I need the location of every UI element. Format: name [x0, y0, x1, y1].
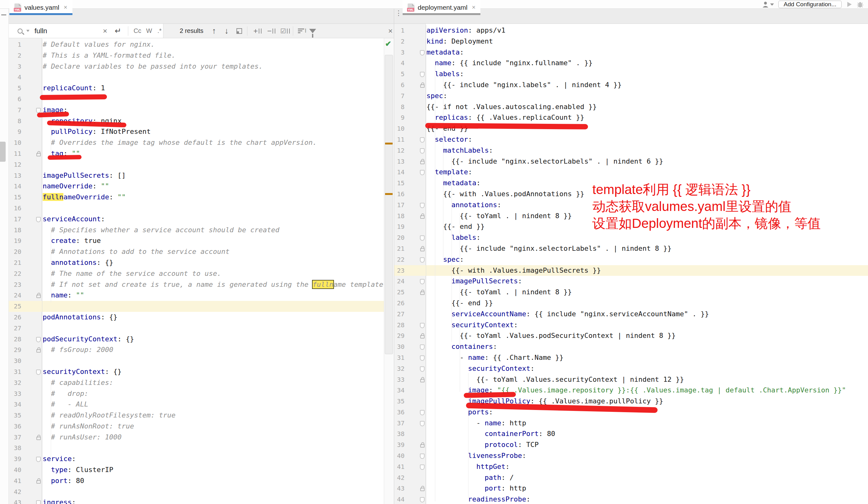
code-line[interactable]: 30 containers:: [394, 341, 868, 352]
code-line[interactable]: 29 {{- toYaml .Values.podSecurityContext…: [394, 330, 868, 341]
code-line[interactable]: 5replicaCount: 1: [9, 83, 384, 94]
code-line[interactable]: 24 name: "": [9, 290, 384, 301]
fold-marker-icon[interactable]: [420, 170, 425, 175]
code-line[interactable]: 35 # readOnlyRootFilesystem: true: [9, 410, 384, 421]
code-line[interactable]: 22 # The name of the service account to …: [9, 268, 384, 279]
code-line[interactable]: 11 selector:: [394, 134, 868, 145]
code-line[interactable]: 31 - name: {{ .Chart.Name }}: [394, 352, 868, 363]
code-line[interactable]: 15fullnameOverride: "": [9, 192, 384, 203]
search-icon[interactable]: [18, 24, 23, 38]
code-line[interactable]: 31securityContext: {}: [9, 366, 384, 377]
code-line[interactable]: 2kind: Deployment: [394, 36, 868, 47]
code-line[interactable]: 20 # Annotations to add to the service a…: [9, 246, 384, 257]
code-line[interactable]: 12 matchLabels:: [394, 145, 868, 156]
newline-icon[interactable]: ↵: [115, 24, 121, 38]
fold-marker-icon[interactable]: [420, 203, 425, 208]
fold-marker-icon[interactable]: [36, 108, 41, 113]
tab-close-icon[interactable]: ×: [472, 4, 476, 11]
next-occurrence-icon[interactable]: ↓: [225, 24, 229, 38]
code-line[interactable]: 17serviceAccount:: [9, 214, 384, 225]
code-line[interactable]: 9 pullPolicy: IfNotPresent: [9, 126, 384, 137]
regex-toggle[interactable]: .*: [157, 24, 162, 38]
code-line[interactable]: 9 replicas: {{ .Values.replicaCount }}: [394, 112, 868, 123]
code-line[interactable]: 40 type: ClusterIP: [9, 464, 384, 475]
fold-marker-icon[interactable]: [36, 500, 41, 504]
code-line[interactable]: 22 spec:: [394, 254, 868, 265]
match-case-toggle[interactable]: Cc: [134, 24, 141, 38]
code-line[interactable]: 34 # - ALL: [9, 399, 384, 410]
user-icon[interactable]: [762, 1, 774, 8]
remove-selection-icon[interactable]: −: [267, 24, 275, 38]
split-drag-handle-icon[interactable]: ⋮: [395, 11, 400, 15]
code-line[interactable]: 41 httpGet:: [394, 461, 868, 472]
fold-marker-icon[interactable]: [420, 279, 425, 284]
whole-words-toggle[interactable]: W: [146, 24, 152, 38]
fold-marker-icon[interactable]: [420, 497, 425, 502]
code-line[interactable]: 43ingress:: [9, 497, 384, 504]
code-line[interactable]: 33 {{- toYaml .Values.securityContext | …: [394, 374, 868, 385]
code-line[interactable]: 4 name: {{ include "nginx.fullname" . }}: [394, 58, 868, 69]
tool-window-handle-icon[interactable]: [1, 14, 6, 15]
code-line[interactable]: 42 path: /: [394, 472, 868, 483]
values-yaml-editor[interactable]: 1# Default values for nginx.2# This is a…: [9, 39, 384, 504]
code-line[interactable]: 14nameOverride: "": [9, 181, 384, 192]
code-line[interactable]: 13 {{- include "nginx.selectorLabels" . …: [394, 156, 868, 167]
code-line[interactable]: 14 template:: [394, 167, 868, 178]
code-line[interactable]: 8{{- if not .Values.autoscaling.enabled …: [394, 102, 868, 113]
code-line[interactable]: 23 # If not set and create is true, a na…: [9, 279, 384, 290]
code-line[interactable]: 39 protocol: TCP: [394, 439, 868, 450]
code-line[interactable]: 16: [9, 203, 384, 214]
fold-marker-icon[interactable]: [420, 464, 425, 470]
fold-marker-icon[interactable]: [420, 453, 425, 459]
code-line[interactable]: 33 # drop:: [9, 388, 384, 399]
fold-marker-icon[interactable]: [420, 421, 425, 426]
code-line[interactable]: 5 labels:: [394, 69, 868, 80]
debug-icon[interactable]: [857, 1, 864, 8]
fold-marker-icon[interactable]: [420, 323, 425, 328]
code-line[interactable]: 10 # Overrides the image tag whose defau…: [9, 137, 384, 148]
add-selection-icon[interactable]: +: [254, 24, 261, 38]
select-all-occurrences-icon[interactable]: [236, 24, 242, 38]
code-line[interactable]: 32 # capabilities:: [9, 377, 384, 388]
code-line[interactable]: 18 # Specifies whether a service account…: [9, 225, 384, 236]
code-line[interactable]: 21 annotations: {}: [9, 257, 384, 268]
code-line[interactable]: 28podSecurityContext: {}: [9, 334, 384, 345]
code-line[interactable]: 30: [9, 355, 384, 366]
search-history-caret-icon[interactable]: [26, 24, 30, 38]
previous-occurrence-icon[interactable]: ↑: [212, 24, 216, 38]
fold-marker-icon[interactable]: [36, 457, 41, 462]
code-line[interactable]: 3# Declare variables to be passed into y…: [9, 61, 384, 72]
fold-marker-icon[interactable]: [420, 366, 425, 372]
code-line[interactable]: 37 - name: http: [394, 418, 868, 429]
select-occurrences-checkbox-icon[interactable]: ☑: [280, 24, 290, 38]
code-line[interactable]: 44 readinessProbe:: [394, 494, 868, 504]
code-line[interactable]: 42: [9, 486, 384, 497]
code-line[interactable]: 41 port: 80: [9, 475, 384, 486]
add-configuration-button[interactable]: Add Configuration...: [778, 1, 842, 8]
code-line[interactable]: 43 port: http: [394, 483, 868, 494]
fold-marker-icon[interactable]: [36, 337, 41, 342]
code-line[interactable]: 36 # runAsNonRoot: true: [9, 421, 384, 432]
close-search-icon[interactable]: ×: [388, 24, 393, 38]
code-line[interactable]: 39service:: [9, 453, 384, 464]
code-line[interactable]: 25 {{- toYaml . | nindent 8 }}: [394, 287, 868, 298]
fold-marker-icon[interactable]: [36, 217, 41, 222]
code-line[interactable]: 6 {{- include "nginx.labels" . | nindent…: [394, 80, 868, 91]
code-line[interactable]: 12: [9, 159, 384, 170]
code-line[interactable]: 4: [9, 72, 384, 83]
clear-search-icon[interactable]: ×: [103, 24, 107, 38]
code-line[interactable]: 26 {{- end }}: [394, 298, 868, 309]
code-line[interactable]: 27 serviceAccountName: {{ include "nginx…: [394, 309, 868, 320]
fold-marker-icon[interactable]: [420, 148, 425, 154]
fold-marker-icon[interactable]: [420, 50, 425, 55]
code-line[interactable]: 13imagePullSecrets: []: [9, 170, 384, 181]
tab-deployment-yaml[interactable]: YML deployment.yaml ×: [403, 0, 480, 15]
search-match-stripe-mark[interactable]: [385, 193, 393, 195]
code-line[interactable]: 32 securityContext:: [394, 363, 868, 374]
code-line[interactable]: 23 {{- with .Values.imagePullSecrets }}: [394, 265, 868, 276]
code-line[interactable]: 24 imagePullSecrets:: [394, 276, 868, 287]
tool-window-tab-handle[interactable]: [0, 142, 6, 162]
deployment-yaml-editor[interactable]: 1apiVersion: apps/v12kind: Deployment3me…: [394, 25, 868, 504]
code-line[interactable]: 3metadata:: [394, 47, 868, 58]
code-line[interactable]: 20 labels:: [394, 232, 868, 243]
